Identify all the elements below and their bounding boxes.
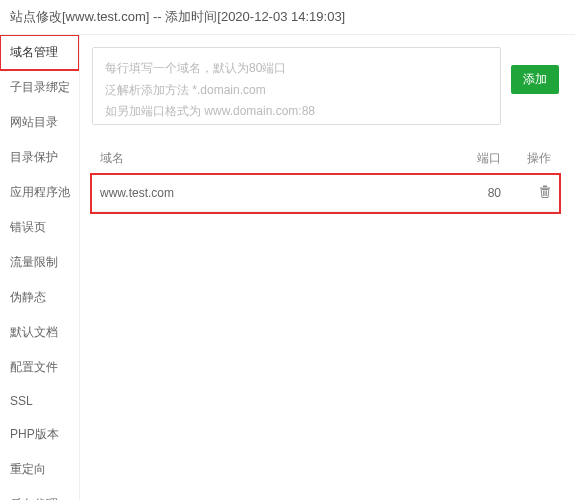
sidebar-item-10[interactable]: SSL: [0, 385, 79, 417]
sidebar: 域名管理子目录绑定网站目录目录保护应用程序池错误页流量限制伪静态默认文档配置文件…: [0, 35, 80, 500]
svg-rect-0: [540, 188, 550, 189]
col-header-domain: 域名: [92, 143, 449, 175]
sidebar-item-6[interactable]: 流量限制: [0, 245, 79, 280]
sidebar-item-0[interactable]: 域名管理: [0, 35, 79, 70]
svg-rect-3: [545, 191, 546, 197]
main-panel: 添加 域名 端口 操作 www.test.com80: [80, 35, 575, 500]
domain-input[interactable]: [92, 47, 501, 125]
table-header-row: 域名 端口 操作: [92, 143, 559, 175]
cell-port: 80: [449, 175, 509, 212]
col-header-port: 端口: [449, 143, 509, 175]
dialog-body: 域名管理子目录绑定网站目录目录保护应用程序池错误页流量限制伪静态默认文档配置文件…: [0, 35, 575, 500]
domain-add-row: 添加: [92, 47, 559, 125]
sidebar-item-13[interactable]: 反向代理: [0, 487, 79, 500]
sidebar-item-12[interactable]: 重定向: [0, 452, 79, 487]
sidebar-item-8[interactable]: 默认文档: [0, 315, 79, 350]
sidebar-item-2[interactable]: 网站目录: [0, 105, 79, 140]
sidebar-item-7[interactable]: 伪静态: [0, 280, 79, 315]
trash-icon[interactable]: [539, 185, 551, 198]
col-header-op: 操作: [509, 143, 559, 175]
sidebar-item-4[interactable]: 应用程序池: [0, 175, 79, 210]
svg-rect-1: [543, 186, 547, 188]
add-button[interactable]: 添加: [511, 65, 559, 94]
dialog-title: 站点修改[www.test.com] -- 添加时间[2020-12-03 14…: [0, 0, 575, 35]
sidebar-item-11[interactable]: PHP版本: [0, 417, 79, 452]
svg-rect-4: [546, 191, 547, 197]
sidebar-item-1[interactable]: 子目录绑定: [0, 70, 79, 105]
sidebar-item-9[interactable]: 配置文件: [0, 350, 79, 385]
svg-rect-2: [543, 191, 544, 197]
sidebar-item-5[interactable]: 错误页: [0, 210, 79, 245]
table-row: www.test.com80: [92, 175, 559, 212]
cell-domain: www.test.com: [92, 175, 449, 212]
cell-op: [509, 175, 559, 212]
domain-table: 域名 端口 操作 www.test.com80: [92, 143, 559, 212]
sidebar-item-3[interactable]: 目录保护: [0, 140, 79, 175]
